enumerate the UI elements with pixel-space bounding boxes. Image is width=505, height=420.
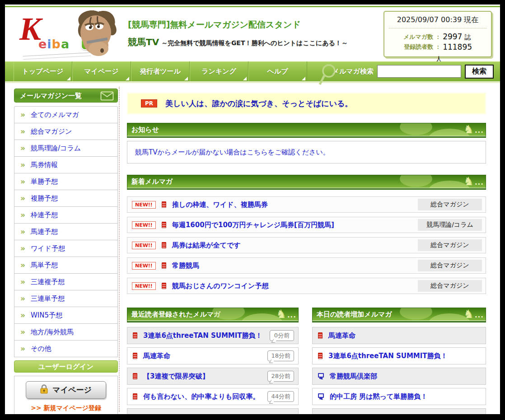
pr-badge: PR [141,99,157,107]
chevron-icon: » [20,195,25,202]
new-badge: NEW!! [132,221,156,229]
today-increase-row: 馬連革命 [312,327,486,344]
magazine-icon [318,373,324,378]
magazine-link[interactable]: 的中工房 男は黙って単勝勝負！ [330,392,482,401]
bottom-columns: 最近読者登録されたメルマガ ♞ ... 3連単6点threeTAN SUMMIT… [127,308,486,414]
magazine-link[interactable]: 馬券は結果が全てです [172,241,418,250]
magazine-icon [133,393,137,400]
new-arrivals-title: 新着メルマガ [131,177,173,186]
sidebar-category-label: 地方/海外競馬 [31,328,74,336]
magazine-icon [162,242,166,248]
today-increase-title: 本日の読者増加メルマガ [317,310,392,318]
nav-tab[interactable]: ランキング [190,61,248,81]
search-input[interactable] [377,65,461,78]
horse-silhouette-icon: ♞ [464,308,474,321]
sidebar-category-item[interactable]: » 枠連予想 [14,206,118,224]
sidebar-category-item[interactable]: » 総合マガジン [14,123,118,140]
recent-registered-title: 最近読者登録されたメルマガ [131,310,220,318]
user-login-header: ユーザーログイン [14,360,118,373]
sidebar-category-item[interactable]: » 馬単予想 [14,257,118,274]
new-arrival-row: NEW!! 競馬おじさんのワンコイン予想 総合マガジン [127,278,486,294]
time-ago-badge: 44分前 [267,391,294,402]
notice-section-header: お知らせ ♞ ... [127,123,486,136]
magazine-link[interactable]: 何も言わない、的中率よりも回収率。 [143,392,267,401]
sidebar-category-item[interactable]: » 全てのメルマガ [14,106,118,123]
notice-section-title: お知らせ [131,126,159,134]
new-arrival-row: NEW!! 毎週1600円で100万円チャレンジ馬券[百万円競馬] 競馬理論/コ… [127,217,486,233]
magazine-icon [162,283,166,289]
sidebar-category-item[interactable]: » 馬券情報 [14,156,118,173]
category-chip[interactable]: 総合マガジン [418,199,482,210]
magazine-link[interactable]: 常勝競馬 [172,261,418,270]
nav-tab-label: ランキング [201,67,236,76]
today-increase-row: 的中工房 男は黙って単勝勝負！ [312,388,486,405]
nav-tab[interactable]: トップページ [14,61,72,81]
sidebar-category-item[interactable]: » その他 [14,340,118,357]
chevron-icon: » [20,278,25,286]
sidebar-category-item[interactable]: » 地方/海外競馬 [14,323,118,341]
magazine-link[interactable]: 常勝競馬倶楽部 [330,372,482,381]
section-underline [312,321,486,322]
nav-tab[interactable]: ヘルプ [248,61,307,81]
mail-delivery-notice-link[interactable]: 競馬TVからメールが届かない場合はこちらをご確認ください。 [135,148,330,157]
current-datetime: 2025/09/07 00:39 現在 [389,15,486,28]
mypage-button[interactable]: マイページ [26,381,106,399]
sidebar-category-label: 馬単予想 [31,261,58,270]
chevron-icon: » [20,228,25,236]
sidebar-category-item[interactable]: » 馬連予想 [14,223,118,240]
magazine-icon [318,332,323,339]
category-chip[interactable]: 総合マガジン [418,239,482,251]
sidebar-category-label: 総合マガジン [31,127,72,136]
chevron-icon: » [20,261,25,269]
magazine-link[interactable]: 馬連革命 [328,331,482,340]
colon: ： [434,32,442,42]
magazine-link[interactable]: 毎週1600円で100万円チャレンジ馬券[百万円競馬] [172,221,418,229]
magazine-link[interactable]: 3連単6点threeTAN SUMMIT勝負！ [143,331,270,340]
today-increase-row: 3連単6点threeTAN SUMMIT勝負！ [312,347,486,364]
sidebar-category-label: WIN5予想 [31,311,62,320]
pr-ad-link[interactable]: 美しい人は、誰かの涙に気づき、そっとそばにいる。 [165,98,352,109]
category-chip[interactable]: 総合マガジン [418,280,482,292]
deco-dots: ... [475,124,484,136]
search-button[interactable]: 検索 [465,65,494,79]
tab-corner-fold [126,77,129,80]
search-label: メルマガ検索 [326,67,374,76]
nav-tab[interactable]: 発行者ツール [131,61,190,81]
chevron-icon: » [20,178,25,186]
nav-tab[interactable]: マイページ [72,61,131,81]
recent-registered-row: 馬連革命 18分前 [127,347,299,364]
sidebar-category-item[interactable]: » 三連複予想 [14,273,118,290]
magazine-link[interactable]: 競馬おじさんのワンコイン予想 [172,282,418,290]
magazine-icon [318,393,324,398]
magazine-link[interactable]: 【3連複で限界突破】 [143,372,267,381]
recent-registered-list: 3連単6点threeTAN SUMMIT勝負！ 0分前 馬連革命 18分前 [127,327,299,414]
site-logo[interactable]: K eiba TV [19,9,127,60]
sidebar-category-item[interactable]: » 単勝予想 [14,173,118,190]
sidebar-list-header-label: メールマガジン一覧 [20,92,82,100]
category-chip[interactable]: 総合マガジン [418,260,482,271]
magazine-link[interactable]: 馬連革命 [143,352,267,360]
chevron-icon: » [20,328,25,336]
chevron-icon: » [20,145,25,152]
main-nav: トップページ マイページ 発行者ツール ランキング [5,61,500,81]
magazine-link[interactable]: 3連単6点threeTAN SUMMIT勝負！ [328,352,482,360]
new-badge: NEW!! [132,282,156,290]
sidebar-category-item[interactable]: » 競馬理論/コラム [14,140,118,157]
register-mypage-link[interactable]: >> 新規マイページ登録 [14,404,117,412]
stats-table: メルマガ数 ： 2997 誌 登録読者数 ： 111895 [402,32,473,52]
sidebar-category-item[interactable]: » WIN5予想 [14,307,118,324]
sidebar-category-item[interactable]: » 三連単予想 [14,290,118,307]
stats-row-readers: 登録読者数 ： 111895 [402,42,473,52]
sidebar-category-label: 単勝予想 [31,177,58,186]
sidebar-category-label: 複勝予想 [31,194,58,203]
category-chip[interactable]: 競馬理論/コラム [418,219,482,231]
magazine-count-value: 2997 [443,32,462,41]
clipped-row [127,408,299,414]
nav-tab-label: トップページ [22,67,64,76]
sidebar: メールマガジン一覧 » 全てのメルマガ » [14,89,118,414]
user-login-box: マイページ >> 新規マイページ登録 [14,376,118,414]
magazine-icon [162,262,166,269]
sidebar-category-item[interactable]: » ワイド予想 [14,240,118,257]
sidebar-category-item[interactable]: » 複勝予想 [14,190,118,207]
magazine-link[interactable]: 推しの枠連、ワイド、複勝馬券 [172,201,418,209]
